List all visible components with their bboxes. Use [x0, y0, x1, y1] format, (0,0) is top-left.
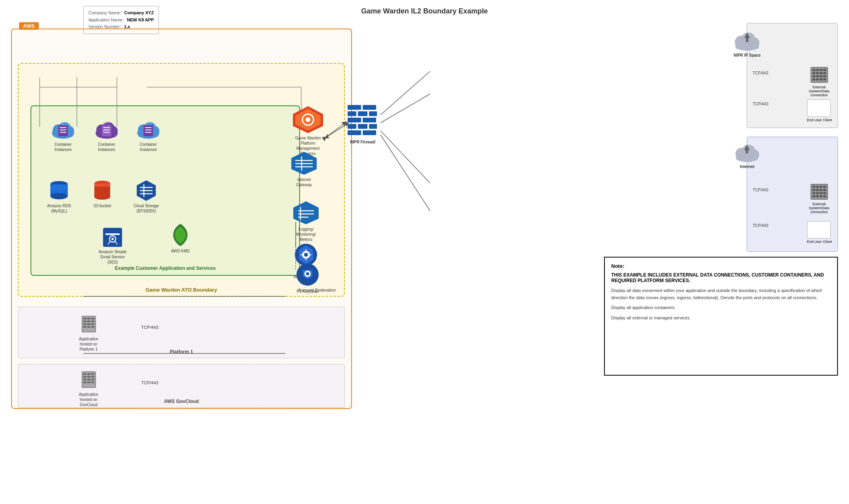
- ext-sys-inet-label: External System/Data connection: [806, 202, 832, 214]
- note-text3: Display all external or managed services…: [611, 315, 831, 322]
- svg-rect-81: [87, 318, 90, 319]
- svg-rect-124: [746, 38, 748, 42]
- svg-rect-5: [58, 125, 68, 136]
- svg-rect-100: [83, 379, 86, 380]
- svg-rect-110: [369, 111, 377, 116]
- end-user-nipr-label: End User Client: [807, 118, 832, 122]
- ext-sys-nipr-block: External System/Data connection: [806, 66, 832, 97]
- tcp443-nipr-2: TCP/443: [753, 102, 768, 106]
- tcp443-nipr-1: TCP/443: [753, 71, 768, 75]
- app-platform1-icon: Application hosted on Platform 1: [74, 315, 103, 352]
- s3-label: S3 bucket: [93, 203, 112, 208]
- amazon-rds-icon: Amazon RDS (MySQL): [45, 179, 73, 214]
- container1-label: Container Instances: [47, 142, 79, 152]
- svg-point-47: [111, 238, 114, 240]
- ext-sys-nipr-label: External System/Data connection: [806, 85, 832, 97]
- note-text2: Display all application containers.: [611, 304, 831, 311]
- svg-rect-108: [348, 111, 356, 116]
- svg-rect-130: [823, 69, 826, 71]
- svg-rect-83: [83, 321, 86, 322]
- svg-rect-142: [823, 78, 826, 80]
- svg-text:↑↑↑: ↑↑↑: [104, 121, 110, 125]
- tcp443-platform1: TCP/443: [141, 325, 158, 330]
- govcloud-label: AWS GovCloud: [164, 399, 199, 404]
- svg-rect-129: [820, 69, 822, 71]
- ext-sys-inet-block: External System/Data connection: [806, 183, 832, 214]
- svg-rect-95: [87, 373, 90, 375]
- platform1-box: Platform 1 Application hosted on Platfor…: [18, 307, 345, 358]
- svg-rect-99: [91, 376, 94, 378]
- ses-label: Amazon Simple Email Service (SES): [97, 249, 128, 265]
- svg-rect-141: [820, 78, 822, 80]
- govcloud-box: AWS GovCloud Application hosted on GovCl…: [18, 364, 345, 408]
- svg-rect-122: [736, 43, 759, 49]
- svg-rect-80: [83, 318, 86, 319]
- kms-label: AWS KMS: [170, 248, 191, 254]
- svg-rect-88: [91, 323, 94, 325]
- svg-rect-103: [83, 382, 86, 383]
- svg-rect-139: [813, 78, 815, 80]
- svg-rect-156: [813, 189, 815, 191]
- svg-rect-112: [363, 118, 376, 122]
- svg-rect-153: [816, 186, 819, 188]
- svg-rect-127: [813, 69, 815, 71]
- ses-icon: Amazon Simple Email Service (SES): [97, 227, 128, 265]
- ig-label: Internet Gateway: [290, 177, 318, 187]
- customer-app-label: Example Customer Application and Service…: [115, 265, 216, 271]
- svg-rect-115: [369, 124, 377, 129]
- end-user-nipr-block: End User Client: [807, 99, 832, 122]
- platform1-label: Platform 1: [170, 349, 193, 355]
- svg-text:↑↑↑: ↑↑↑: [61, 121, 67, 125]
- container-instance-1: ↑↑↑ Container Instances: [47, 118, 79, 152]
- aws-boundary: AWS Game Warden ATO Boundary Example Cus…: [11, 29, 352, 409]
- svg-rect-147: [736, 155, 758, 160]
- svg-rect-107: [363, 105, 376, 110]
- internet-label: Internet: [734, 164, 760, 169]
- svg-rect-85: [91, 321, 94, 322]
- svg-rect-165: [816, 195, 819, 197]
- svg-rect-166: [820, 195, 822, 197]
- internet-icon: Internet: [734, 142, 760, 169]
- svg-rect-25: [143, 125, 153, 136]
- svg-point-32: [50, 193, 68, 199]
- svg-rect-91: [91, 326, 94, 328]
- svg-rect-96: [91, 373, 94, 375]
- nipr-ip-label: NIPR IP Space: [733, 53, 761, 58]
- svg-rect-102: [91, 379, 94, 380]
- svg-rect-84: [87, 321, 90, 322]
- internet-section: Internet TCP/443 External System/Data co: [747, 137, 838, 252]
- nipr-firewall-label: NIPR Firewall: [347, 139, 379, 145]
- svg-rect-109: [358, 111, 367, 116]
- svg-rect-111: [348, 118, 361, 122]
- gw-mgmt-icon: Game Warden Platform Management Services: [290, 105, 326, 156]
- svg-rect-90: [87, 326, 90, 328]
- efs-label: Cloud Storage (EFS/EBS): [132, 203, 160, 214]
- svg-rect-164: [813, 195, 815, 197]
- tcp443-inet-1: TCP/443: [753, 188, 768, 192]
- svg-rect-138: [823, 75, 826, 77]
- svg-rect-131: [813, 72, 815, 74]
- svg-rect-44: [103, 228, 122, 247]
- kms-icon: AWS KMS: [170, 223, 191, 254]
- app-platform1-label: Application hosted on Platform 1: [74, 336, 103, 352]
- svg-rect-98: [87, 376, 90, 378]
- app-name-value: NEW K8 APP: [127, 17, 154, 22]
- tcp443-govcloud: TCP/443: [141, 380, 158, 385]
- svg-rect-97: [83, 376, 86, 378]
- nipr-section: NIPR IP Space TCP/443 External System/Da: [747, 23, 838, 128]
- note-subtitle: THIS EXAMPLE INCLUDES EXTERNAL DATA CONN…: [611, 272, 831, 283]
- p1-keycloak-label: P1 Keycloak: [295, 289, 320, 294]
- svg-rect-128: [816, 69, 819, 71]
- aws-badge: AWS: [19, 22, 39, 30]
- logging-icon: Logging/ Monitoring/ Metrics: [290, 200, 322, 242]
- svg-rect-167: [823, 195, 826, 197]
- p1-keycloak-icon: P1 Keycloak: [295, 262, 320, 294]
- page-title: Game Warden IL2 Boundary Example: [361, 7, 488, 15]
- svg-rect-113: [348, 124, 356, 129]
- app-name-label: Application Name:: [88, 17, 124, 22]
- svg-rect-149: [746, 150, 748, 153]
- container3-label: Container Instances: [132, 142, 164, 152]
- note-text1: Display all data movement within your ap…: [611, 287, 831, 301]
- svg-rect-135: [813, 75, 815, 77]
- svg-line-178: [381, 135, 430, 211]
